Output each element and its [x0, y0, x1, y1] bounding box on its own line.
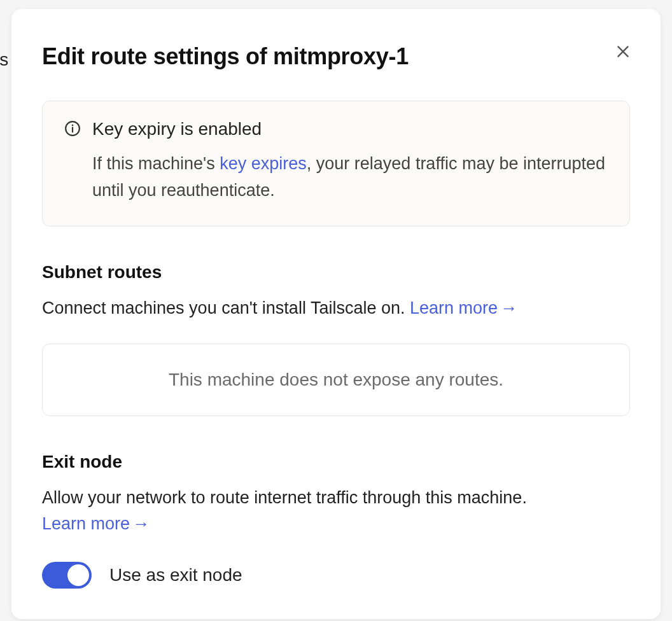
subnet-routes-desc: Connect machines you can't install Tails… [42, 295, 630, 322]
exit-node-desc-text: Allow your network to route internet tra… [42, 488, 527, 507]
callout-title: Key expiry is enabled [92, 119, 608, 139]
exit-node-title: Exit node [42, 452, 630, 472]
arrow-right-icon: → [132, 514, 150, 533]
key-expires-link[interactable]: key expires [220, 154, 307, 173]
svg-point-4 [72, 125, 74, 127]
exit-node-section: Exit node Allow your network to route in… [42, 452, 630, 589]
subnet-learn-more-link[interactable]: Learn more→ [410, 298, 517, 317]
subnet-routes-title: Subnet routes [42, 262, 630, 283]
arrow-right-icon: → [500, 298, 517, 317]
modal-header: Edit route settings of mitmproxy-1 [42, 43, 630, 70]
toggle-knob [67, 564, 89, 586]
exit-node-desc: Allow your network to route internet tra… [42, 485, 630, 538]
exit-node-toggle-label: Use as exit node [109, 565, 242, 585]
subnet-routes-desc-text: Connect machines you can't install Tails… [42, 298, 410, 317]
exit-node-toggle-row: Use as exit node [42, 562, 630, 589]
callout-body-prefix: If this machine's [92, 154, 220, 173]
route-settings-modal: Edit route settings of mitmproxy-1 Key e… [11, 9, 661, 619]
callout-content: Key expiry is enabled If this machine's … [92, 119, 608, 204]
subnet-routes-empty: This machine does not expose any routes. [42, 344, 630, 416]
close-icon [615, 52, 631, 62]
modal-title: Edit route settings of mitmproxy-1 [42, 43, 409, 70]
key-expiry-callout: Key expiry is enabled If this machine's … [42, 101, 630, 227]
info-icon [64, 119, 81, 204]
callout-body: If this machine's key expires, your rela… [92, 151, 608, 204]
background-text: rs [0, 50, 8, 70]
exit-learn-more-link[interactable]: Learn more→ [42, 514, 150, 533]
exit-node-toggle[interactable] [42, 562, 92, 589]
subnet-routes-section: Subnet routes Connect machines you can't… [42, 262, 630, 416]
close-button[interactable] [612, 41, 634, 64]
